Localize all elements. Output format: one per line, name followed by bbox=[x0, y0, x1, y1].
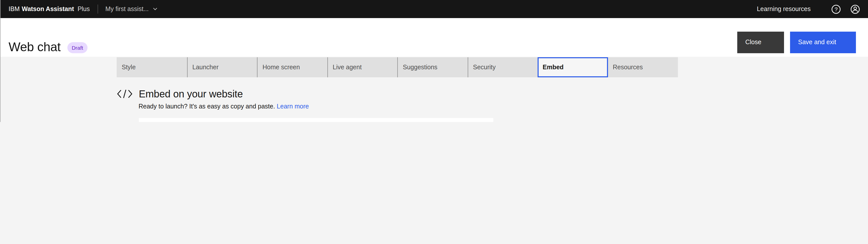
help-icon[interactable]: ? bbox=[829, 2, 843, 16]
top-app-bar: IBM Watson Assistant Plus My first assis… bbox=[0, 0, 868, 18]
watson-assistant-webchat-page: IBM Watson Assistant Plus My first assis… bbox=[0, 0, 868, 122]
status-badge-draft: Draft bbox=[67, 42, 88, 54]
tab-suggestions[interactable]: Suggestions bbox=[397, 57, 467, 77]
embed-code-text: <script> window.watsonAssistantChatOptio… bbox=[138, 118, 493, 122]
settings-tabbar: Style Launcher Home screen Live agent Su… bbox=[117, 57, 868, 77]
tab-resources[interactable]: Resources bbox=[608, 57, 678, 77]
page-header: Web chat Draft Close Save and exit bbox=[0, 18, 868, 57]
plan-label: Plus bbox=[78, 5, 90, 12]
embed-section: Embed on your website Ready to launch? I… bbox=[117, 88, 868, 122]
section-subtitle: Ready to launch? It's as easy as copy an… bbox=[138, 103, 868, 110]
tab-style[interactable]: Style bbox=[117, 57, 187, 77]
content-area: Style Launcher Home screen Live agent Su… bbox=[0, 57, 868, 122]
tab-launcher[interactable]: Launcher bbox=[187, 57, 257, 77]
tab-live-agent[interactable]: Live agent bbox=[327, 57, 397, 77]
close-button[interactable]: Close bbox=[737, 31, 784, 53]
topbar-right-group: Learning resources ? bbox=[757, 2, 862, 16]
svg-text:?: ? bbox=[834, 6, 837, 12]
embed-code-snippet: <script> window.watsonAssistantChatOptio… bbox=[138, 118, 493, 122]
learning-resources-link[interactable]: Learning resources bbox=[757, 5, 811, 12]
section-title: Embed on your website bbox=[139, 88, 243, 100]
learn-more-link[interactable]: Learn more bbox=[277, 103, 309, 110]
topbar-divider bbox=[97, 4, 98, 13]
title-wrap: Web chat Draft bbox=[8, 40, 88, 53]
subtitle-text: Ready to launch? It's as easy as copy an… bbox=[138, 103, 275, 110]
header-actions: Close Save and exit bbox=[737, 31, 856, 53]
assistant-switcher[interactable]: My first assist... bbox=[105, 5, 157, 12]
section-heading: Embed on your website bbox=[117, 88, 868, 100]
code-icon bbox=[117, 90, 133, 98]
tab-embed[interactable]: Embed bbox=[537, 57, 608, 77]
save-and-exit-button[interactable]: Save and exit bbox=[790, 31, 856, 53]
chevron-down-icon bbox=[153, 7, 157, 10]
tab-home-screen[interactable]: Home screen bbox=[257, 57, 327, 77]
page-title: Web chat bbox=[8, 40, 61, 53]
ibm-watson-assistant-logo[interactable]: IBM Watson Assistant Plus bbox=[8, 5, 90, 12]
tab-security[interactable]: Security bbox=[467, 57, 537, 77]
brand-name: Watson Assistant bbox=[22, 5, 74, 12]
assistant-switcher-label: My first assist... bbox=[105, 5, 149, 12]
account-icon[interactable] bbox=[848, 2, 862, 16]
brand-prefix: IBM bbox=[8, 5, 20, 12]
